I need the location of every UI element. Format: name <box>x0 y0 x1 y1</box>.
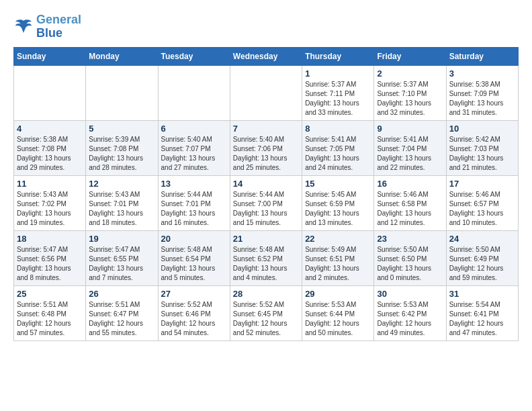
calendar-week-row: 4Sunrise: 5:38 AM Sunset: 7:08 PM Daylig… <box>14 120 519 175</box>
calendar-cell: 31Sunrise: 5:54 AM Sunset: 6:41 PM Dayli… <box>446 285 518 340</box>
cell-info-text: Sunrise: 5:44 AM Sunset: 7:01 PM Dayligh… <box>161 190 227 228</box>
calendar-cell: 10Sunrise: 5:42 AM Sunset: 7:03 PM Dayli… <box>446 120 518 175</box>
cell-day-number: 3 <box>449 68 515 79</box>
calendar-cell: 7Sunrise: 5:40 AM Sunset: 7:06 PM Daylig… <box>230 120 302 175</box>
cell-day-number: 31 <box>449 289 515 299</box>
calendar-cell: 5Sunrise: 5:39 AM Sunset: 7:08 PM Daylig… <box>86 120 158 175</box>
cell-info-text: Sunrise: 5:47 AM Sunset: 6:56 PM Dayligh… <box>17 245 83 283</box>
cell-info-text: Sunrise: 5:51 AM Sunset: 6:48 PM Dayligh… <box>17 300 83 338</box>
cell-day-number: 23 <box>377 234 443 244</box>
cell-info-text: Sunrise: 5:37 AM Sunset: 7:10 PM Dayligh… <box>377 80 443 118</box>
cell-info-text: Sunrise: 5:40 AM Sunset: 7:06 PM Dayligh… <box>233 135 299 173</box>
cell-info-text: Sunrise: 5:41 AM Sunset: 7:05 PM Dayligh… <box>305 135 371 173</box>
cell-info-text: Sunrise: 5:46 AM Sunset: 6:57 PM Dayligh… <box>449 190 515 228</box>
calendar-cell <box>86 65 158 120</box>
cell-day-number: 11 <box>17 179 83 189</box>
day-of-week-header: Tuesday <box>158 47 230 65</box>
cell-day-number: 25 <box>17 289 83 299</box>
calendar-cell: 12Sunrise: 5:43 AM Sunset: 7:01 PM Dayli… <box>86 175 158 230</box>
cell-day-number: 16 <box>377 179 443 189</box>
calendar-cell: 26Sunrise: 5:51 AM Sunset: 6:47 PM Dayli… <box>86 285 158 340</box>
calendar-cell: 21Sunrise: 5:48 AM Sunset: 6:52 PM Dayli… <box>230 230 302 285</box>
cell-info-text: Sunrise: 5:50 AM Sunset: 6:49 PM Dayligh… <box>449 245 515 283</box>
cell-day-number: 2 <box>377 68 443 79</box>
cell-info-text: Sunrise: 5:49 AM Sunset: 6:51 PM Dayligh… <box>305 245 371 283</box>
cell-info-text: Sunrise: 5:42 AM Sunset: 7:03 PM Dayligh… <box>449 135 515 173</box>
cell-day-number: 7 <box>233 124 299 134</box>
cell-info-text: Sunrise: 5:41 AM Sunset: 7:04 PM Dayligh… <box>377 135 443 173</box>
cell-day-number: 21 <box>233 234 299 244</box>
cell-day-number: 27 <box>161 289 227 299</box>
calendar-cell: 6Sunrise: 5:40 AM Sunset: 7:07 PM Daylig… <box>158 120 230 175</box>
calendar-cell: 22Sunrise: 5:49 AM Sunset: 6:51 PM Dayli… <box>302 230 374 285</box>
calendar-cell: 28Sunrise: 5:52 AM Sunset: 6:45 PM Dayli… <box>230 285 302 340</box>
cell-info-text: Sunrise: 5:37 AM Sunset: 7:11 PM Dayligh… <box>305 80 371 118</box>
calendar-week-row: 1Sunrise: 5:37 AM Sunset: 7:11 PM Daylig… <box>14 65 519 120</box>
cell-day-number: 13 <box>161 179 227 189</box>
cell-day-number: 19 <box>89 234 154 244</box>
cell-day-number: 18 <box>17 234 83 244</box>
cell-info-text: Sunrise: 5:46 AM Sunset: 6:58 PM Dayligh… <box>377 190 443 228</box>
cell-day-number: 14 <box>233 179 299 189</box>
cell-day-number: 4 <box>17 124 83 134</box>
calendar-cell: 24Sunrise: 5:50 AM Sunset: 6:49 PM Dayli… <box>446 230 518 285</box>
calendar-cell: 27Sunrise: 5:52 AM Sunset: 6:46 PM Dayli… <box>158 285 230 340</box>
calendar-cell: 15Sunrise: 5:45 AM Sunset: 6:59 PM Dayli… <box>302 175 374 230</box>
calendar-cell: 13Sunrise: 5:44 AM Sunset: 7:01 PM Dayli… <box>158 175 230 230</box>
calendar-cell: 8Sunrise: 5:41 AM Sunset: 7:05 PM Daylig… <box>302 120 374 175</box>
calendar-cell: 1Sunrise: 5:37 AM Sunset: 7:11 PM Daylig… <box>302 65 374 120</box>
calendar-cell: 9Sunrise: 5:41 AM Sunset: 7:04 PM Daylig… <box>374 120 446 175</box>
logo-bird-icon <box>13 17 34 37</box>
cell-info-text: Sunrise: 5:47 AM Sunset: 6:55 PM Dayligh… <box>89 245 154 283</box>
calendar-cell: 19Sunrise: 5:47 AM Sunset: 6:55 PM Dayli… <box>86 230 158 285</box>
cell-info-text: Sunrise: 5:52 AM Sunset: 6:46 PM Dayligh… <box>161 300 227 338</box>
calendar-cell <box>158 65 230 120</box>
cell-day-number: 6 <box>161 124 227 134</box>
calendar-cell: 23Sunrise: 5:50 AM Sunset: 6:50 PM Dayli… <box>374 230 446 285</box>
cell-info-text: Sunrise: 5:53 AM Sunset: 6:44 PM Dayligh… <box>305 300 371 338</box>
calendar-cell: 17Sunrise: 5:46 AM Sunset: 6:57 PM Dayli… <box>446 175 518 230</box>
day-of-week-header: Friday <box>374 47 446 65</box>
calendar-table: SundayMondayTuesdayWednesdayThursdayFrid… <box>13 47 519 341</box>
cell-info-text: Sunrise: 5:39 AM Sunset: 7:08 PM Dayligh… <box>89 135 154 173</box>
cell-info-text: Sunrise: 5:44 AM Sunset: 7:00 PM Dayligh… <box>233 190 299 228</box>
day-of-week-header: Thursday <box>302 47 374 65</box>
cell-info-text: Sunrise: 5:38 AM Sunset: 7:09 PM Dayligh… <box>449 80 515 118</box>
calendar-cell: 4Sunrise: 5:38 AM Sunset: 7:08 PM Daylig… <box>14 120 86 175</box>
cell-info-text: Sunrise: 5:40 AM Sunset: 7:07 PM Dayligh… <box>161 135 227 173</box>
cell-day-number: 8 <box>305 124 371 134</box>
cell-info-text: Sunrise: 5:54 AM Sunset: 6:41 PM Dayligh… <box>449 300 515 338</box>
cell-info-text: Sunrise: 5:51 AM Sunset: 6:47 PM Dayligh… <box>89 300 154 338</box>
cell-info-text: Sunrise: 5:48 AM Sunset: 6:52 PM Dayligh… <box>233 245 299 283</box>
calendar-cell: 30Sunrise: 5:53 AM Sunset: 6:42 PM Dayli… <box>374 285 446 340</box>
cell-info-text: Sunrise: 5:38 AM Sunset: 7:08 PM Dayligh… <box>17 135 83 173</box>
calendar-cell: 11Sunrise: 5:43 AM Sunset: 7:02 PM Dayli… <box>14 175 86 230</box>
calendar-cell: 14Sunrise: 5:44 AM Sunset: 7:00 PM Dayli… <box>230 175 302 230</box>
calendar-week-row: 18Sunrise: 5:47 AM Sunset: 6:56 PM Dayli… <box>14 230 519 285</box>
cell-info-text: Sunrise: 5:43 AM Sunset: 7:02 PM Dayligh… <box>17 190 83 228</box>
day-of-week-header: Saturday <box>446 47 518 65</box>
cell-day-number: 22 <box>305 234 371 244</box>
calendar-cell: 16Sunrise: 5:46 AM Sunset: 6:58 PM Dayli… <box>374 175 446 230</box>
cell-day-number: 15 <box>305 179 371 189</box>
calendar-week-row: 25Sunrise: 5:51 AM Sunset: 6:48 PM Dayli… <box>14 285 519 340</box>
calendar-cell <box>14 65 86 120</box>
cell-day-number: 10 <box>449 124 515 134</box>
cell-info-text: Sunrise: 5:45 AM Sunset: 6:59 PM Dayligh… <box>305 190 371 228</box>
calendar-header-row: SundayMondayTuesdayWednesdayThursdayFrid… <box>14 47 519 65</box>
cell-day-number: 1 <box>305 68 371 79</box>
calendar-cell: 25Sunrise: 5:51 AM Sunset: 6:48 PM Dayli… <box>14 285 86 340</box>
calendar-cell: 3Sunrise: 5:38 AM Sunset: 7:09 PM Daylig… <box>446 65 518 120</box>
cell-day-number: 20 <box>161 234 227 244</box>
cell-day-number: 24 <box>449 234 515 244</box>
cell-day-number: 29 <box>305 289 371 299</box>
cell-day-number: 30 <box>377 289 443 299</box>
cell-day-number: 12 <box>89 179 154 189</box>
calendar-cell: 20Sunrise: 5:48 AM Sunset: 6:54 PM Dayli… <box>158 230 230 285</box>
cell-day-number: 9 <box>377 124 443 134</box>
page-header: General Blue <box>13 13 519 40</box>
calendar-week-row: 11Sunrise: 5:43 AM Sunset: 7:02 PM Dayli… <box>14 175 519 230</box>
logo: General Blue <box>13 13 81 40</box>
cell-info-text: Sunrise: 5:52 AM Sunset: 6:45 PM Dayligh… <box>233 300 299 338</box>
calendar-cell: 29Sunrise: 5:53 AM Sunset: 6:44 PM Dayli… <box>302 285 374 340</box>
